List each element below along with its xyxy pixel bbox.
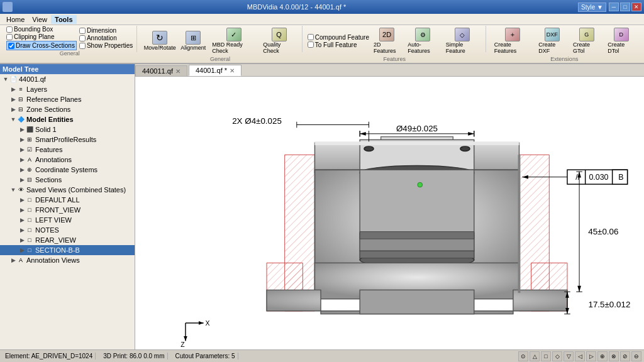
tab-close-44001[interactable]: ✕ [230, 67, 235, 74]
tab-close-440011[interactable]: ✕ [175, 68, 180, 75]
tree-item-default-all[interactable]: ▶ □ DEFAULT ALL [0, 195, 135, 205]
dimension-check[interactable]: Dimension [79, 27, 133, 34]
tree-item-sections[interactable]: ▶ ⊟ Sections [0, 175, 135, 185]
status-icons: ⊙ △ □ ◇ ▽ ◁ ▷ ⊕ ⊗ ⊘ ⊖ [518, 351, 641, 361]
status-icon-2[interactable]: △ [530, 351, 540, 361]
ribbon-group-features: Compound Feature To Full Feature 2D 2D F… [304, 26, 486, 52]
compound-feature-check[interactable]: Compound Feature [308, 34, 369, 41]
status-icon-3[interactable]: □ [541, 351, 551, 361]
solid-icon: ⬛ [25, 125, 34, 134]
model-entities-icon: 🔷 [16, 115, 25, 124]
tree-item-zone-sections[interactable]: ▶ ⊟ Zone Sections [0, 104, 135, 114]
svg-point-22 [460, 146, 470, 151]
expand-icon-front-view: ▶ [19, 207, 25, 213]
move-rotate-btn[interactable]: ↻ Move/Rotate [142, 29, 177, 53]
svg-rect-20 [360, 290, 474, 314]
tree-item-section-bb[interactable]: ▶ □ SECTION-B-B [0, 245, 135, 255]
annotation-check[interactable]: Annotation [79, 35, 133, 41]
to-full-feature-input[interactable] [308, 41, 314, 48]
alignment-btn[interactable]: ⊞ Alignment [179, 29, 208, 53]
app-icon [3, 2, 13, 12]
expand-icon-model-entities: ▼ [10, 116, 16, 123]
to-full-feature-check[interactable]: To Full Feature [308, 41, 369, 48]
tree-item-root[interactable]: ▼ 📄 44001.qf [0, 74, 135, 84]
show-properties-input[interactable] [79, 43, 86, 49]
menu-tools[interactable]: Tools [51, 15, 77, 24]
ribbon: Bounding Box Clipping Plane Draw Cross-S… [0, 25, 644, 64]
tree-item-solid1[interactable]: ▶ ⬛ Solid 1 [0, 124, 135, 134]
status-icon-7[interactable]: ▷ [586, 351, 596, 361]
ribbon-group-general1: Bounding Box Clipping Plane Draw Cross-S… [3, 26, 137, 52]
menu-view[interactable]: View [28, 15, 51, 24]
tree-item-annotations[interactable]: ▶ A Annotations [0, 155, 135, 165]
tree-item-coord-sys[interactable]: ▶ ⊕ Coordinate Systems [0, 165, 135, 175]
tree-item-left-view[interactable]: ▶ □ LEFT VIEW [0, 215, 135, 225]
status-icon-6[interactable]: ◁ [575, 351, 585, 361]
bounding-box-check[interactable]: Bounding Box [6, 26, 77, 33]
left-view-icon: □ [25, 216, 34, 224]
svg-rect-23 [314, 141, 519, 145]
clipping-plane-check[interactable]: Clipping Plane [6, 33, 77, 40]
tree-item-ref-planes[interactable]: ▶ ⊟ Reference Planes [0, 94, 135, 104]
minimize-button[interactable]: ─ [609, 3, 619, 11]
show-properties-check[interactable]: Show Properties [79, 42, 133, 49]
tree-item-layers[interactable]: ▶ ≡ Layers [0, 84, 135, 94]
restore-button[interactable]: □ [620, 3, 630, 11]
expand-icon-default-all: ▶ [19, 197, 25, 203]
mbd-ready-btn[interactable]: ✓ MBD Ready Check [209, 26, 258, 56]
draw-cross-check[interactable]: Draw Cross-Sections [6, 41, 77, 50]
tree-item-front-view[interactable]: ▶ □ FRONT_VIEW [0, 205, 135, 215]
svg-text:0.030: 0.030 [589, 173, 608, 182]
cad-viewport[interactable]: 2X Ø4±0.025 Ø49±0.025 // 0.030 B [135, 77, 644, 349]
draw-cross-input[interactable] [8, 43, 14, 49]
status-icon-1[interactable]: ⊙ [518, 351, 528, 361]
features-check-icon: ☑ [25, 145, 34, 154]
statusbar: Element: AE_DRIVEN_D=1024 3D Print: 86.0… [0, 349, 644, 362]
quality-check-btn[interactable]: Q Quality Check [260, 26, 297, 56]
tree-item-smart-profile[interactable]: ▶ ⊞ SmartProfileResults [0, 134, 135, 145]
style-button[interactable]: Style ▼ [578, 3, 606, 12]
bounding-box-input[interactable] [6, 26, 13, 33]
tab-44001[interactable]: 44001.qf * ✕ [189, 65, 242, 76]
profile-icon: ⊞ [25, 135, 34, 144]
cad-drawing: 2X Ø4±0.025 Ø49±0.025 // 0.030 B [135, 77, 644, 349]
create-gtol-btn[interactable]: G Create GTol [570, 26, 603, 56]
svg-rect-24 [518, 155, 521, 293]
status-icon-4[interactable]: ◇ [552, 351, 562, 361]
create-dxf-btn[interactable]: DXF Create DXF [535, 26, 569, 56]
svg-rect-17 [360, 251, 474, 258]
simple-feature-btn[interactable]: ◇ Simple Feature [443, 26, 482, 56]
tree-item-model-entities[interactable]: ▼ 🔷 Model Entities [0, 114, 135, 124]
clipping-plane-input[interactable] [6, 34, 13, 40]
compound-feature-input[interactable] [308, 34, 314, 40]
expand-icon-sections: ▶ [19, 177, 25, 183]
expand-icon-saved-views: ▼ [10, 187, 16, 193]
tree-item-annotation-views[interactable]: ▶ A Annotation Views [0, 255, 135, 265]
status-icon-9[interactable]: ⊗ [609, 351, 619, 361]
model-tree-sidebar: Model Tree ▼ 📄 44001.qf ▶ ≡ Layers ▶ ⊟ R… [0, 64, 135, 349]
tree-item-features[interactable]: ▶ ☑ Features [0, 145, 135, 155]
menu-home[interactable]: Home [3, 15, 28, 24]
output-status: Cutout Parameters: 5 [173, 353, 238, 359]
document-tab-bar: 440011.qf ✕ 44001.qf * ✕ [135, 64, 644, 77]
dimension-input[interactable] [79, 28, 86, 34]
tree-item-notes[interactable]: ▶ □ NOTES [0, 225, 135, 235]
create-features-btn[interactable]: + Create Features [491, 26, 535, 56]
2d-features-btn[interactable]: 2D 2D Features [370, 26, 403, 56]
status-icon-11[interactable]: ⊖ [631, 351, 641, 361]
ann-views-icon: A [16, 256, 25, 265]
create-dtol-btn[interactable]: D Create DTol [604, 26, 638, 56]
annotation-input[interactable] [79, 35, 86, 41]
ref-planes-icon: ⊟ [16, 95, 25, 104]
svg-text:45±0.06: 45±0.06 [588, 227, 618, 236]
status-icon-10[interactable]: ⊘ [620, 351, 630, 361]
tree-item-rear-view[interactable]: ▶ □ REAR_VIEW [0, 235, 135, 245]
tab-440011[interactable]: 440011.qf ✕ [135, 65, 187, 76]
expand-icon-section-bb: ▶ [19, 247, 25, 253]
status-icon-5[interactable]: ▽ [564, 351, 574, 361]
status-icon-8[interactable]: ⊕ [597, 351, 608, 361]
expand-icon-ann-views: ▶ [10, 257, 16, 263]
close-button[interactable]: ✕ [631, 3, 641, 11]
auto-features-btn[interactable]: ⚙ Auto-Features [404, 26, 441, 56]
tree-item-saved-views[interactable]: ▼ 👁 Saved Views (Combined States) [0, 185, 135, 195]
